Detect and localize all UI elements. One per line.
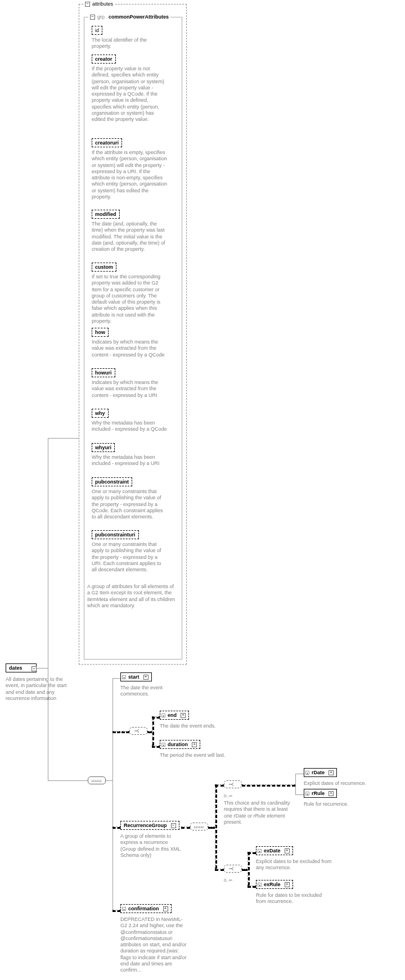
minus-icon[interactable]: − — [32, 666, 37, 671]
minus-icon[interactable]: − — [90, 15, 95, 20]
attr-custom[interactable]: custom — [92, 263, 116, 272]
plus-icon[interactable]: + — [328, 791, 334, 796]
exrule-desc: Rule for dates to be excluded from recur… — [256, 892, 332, 905]
attr-custom-desc: If set to true the corresponding propert… — [92, 274, 168, 324]
grp-header: − grp commonPowerAttributes — [88, 13, 170, 20]
recurrence-group[interactable]: RecurrenceGroup − — [120, 821, 179, 830]
attr-howuri[interactable]: howuri — [92, 368, 115, 377]
connector-line — [152, 716, 160, 719]
connector-line — [112, 678, 113, 910]
connector-line — [106, 780, 112, 781]
connector-line — [152, 716, 154, 746]
rrule-desc: Rule for recurrence. — [304, 801, 349, 807]
choice-icon — [228, 866, 238, 871]
attr-how-desc: Indicates by which means the value was e… — [92, 339, 168, 358]
plus-icon[interactable]: + — [192, 742, 197, 747]
dates-element[interactable]: dates − — [6, 663, 37, 672]
grp-prefix: grp — [97, 14, 105, 20]
duration-element[interactable]: + duration + — [160, 740, 200, 749]
end-desc: The date the event ends. — [160, 723, 216, 729]
attr-whyuri-desc: Why the metadata has been included - exp… — [92, 454, 168, 467]
start-desc: The date the event commences. — [120, 685, 182, 698]
attr-whyuri[interactable]: whyuri — [92, 443, 115, 452]
attr-creatoruri-desc: If the attribute is empty, specifies whi… — [92, 150, 168, 200]
attr-how[interactable]: how — [92, 328, 109, 337]
connector-line — [48, 438, 79, 439]
connector-line — [215, 869, 224, 871]
choice-connector-exdate-exrule — [224, 865, 242, 873]
attributes-label: attributes — [92, 1, 113, 7]
connector-line — [248, 852, 256, 854]
confirmation-element[interactable]: + confirmation + — [120, 904, 172, 913]
connector-line — [181, 827, 190, 829]
rdate-desc: Explicit dates of recurrence. — [304, 780, 366, 787]
minus-icon[interactable]: − — [85, 2, 90, 7]
connector-line — [112, 678, 120, 679]
attr-creator-desc: If the property value is not defined, sp… — [92, 66, 168, 123]
grp-label: commonPowerAttributes — [109, 14, 169, 20]
connector-line — [48, 780, 79, 781]
dates-label: dates — [9, 665, 22, 671]
end-element[interactable]: + end + — [160, 711, 189, 720]
connector-line — [112, 910, 120, 912]
connector-line — [295, 774, 296, 795]
plus-icon[interactable]: + — [163, 906, 168, 911]
exdate-desc: Explicit dates to be excluded from any r… — [256, 859, 332, 871]
connector-line — [112, 731, 129, 733]
cardinality-label-2: 0..∞ — [224, 878, 232, 883]
sequence-connector: ⊟⊟⊟ — [88, 776, 106, 784]
connector-line — [295, 794, 304, 795]
exdate-element[interactable]: + exDate + — [256, 846, 293, 855]
attr-pubconstrainturi[interactable]: pubconstrainturi — [92, 530, 139, 539]
connector-line — [48, 438, 48, 780]
connector-line — [242, 784, 295, 787]
attr-why[interactable]: why — [92, 409, 109, 418]
connector-line — [215, 784, 217, 869]
attr-modified-desc: The date (and, optionally, the time) whe… — [92, 221, 168, 252]
confirmation-desc: DEPRECATED in NewsML-G2 2.24 and higher,… — [120, 916, 188, 973]
plus-icon[interactable]: + — [285, 848, 290, 853]
duration-desc: The period the event will last. — [160, 752, 226, 758]
minus-icon[interactable]: − — [171, 823, 176, 828]
attr-pubconstraint[interactable]: pubconstraint — [92, 477, 132, 486]
connector-line — [147, 731, 152, 733]
plus-icon[interactable]: + — [143, 675, 148, 680]
attr-why-desc: Why the metadata has been included - exp… — [92, 420, 168, 433]
connector-line — [37, 668, 48, 669]
attr-pubconstrainturi-desc: One or many constraints that apply to pu… — [92, 541, 168, 573]
attr-creator[interactable]: creator — [92, 55, 116, 64]
connector-line — [152, 746, 160, 748]
attr-modified[interactable]: modified — [92, 210, 120, 219]
rrule-element[interactable]: + rRule + — [304, 789, 337, 798]
recurrence-desc: A group of elements to express a recurre… — [120, 833, 182, 859]
plus-icon[interactable]: + — [328, 770, 334, 775]
attributes-label-box: − attributes — [83, 1, 115, 7]
grp-desc: A group of attributes for all elements o… — [87, 584, 177, 609]
connector-line — [242, 869, 248, 871]
attr-id[interactable]: id — [92, 26, 102, 35]
start-element[interactable]: + start + — [120, 672, 152, 681]
connector-line — [78, 780, 88, 781]
choice-desc: This choice and its cardinality requires… — [224, 800, 291, 825]
attr-pubconstraint-desc: One or many constraints that apply to pu… — [92, 489, 168, 520]
plus-icon[interactable]: + — [181, 713, 186, 718]
connector-line — [208, 827, 215, 829]
attr-id-desc: The local identifier of the property. — [92, 37, 168, 50]
connector-line — [248, 852, 250, 886]
choice-connector-rdate-rrule — [224, 780, 242, 788]
cardinality-label: 0..∞ — [224, 793, 232, 799]
attr-howuri-desc: Indicates by which means the value was e… — [92, 380, 168, 399]
sequence-connector: ⊟⊟⊟ — [190, 823, 208, 830]
rdate-element[interactable]: + rDate + — [304, 768, 337, 777]
connector-line — [248, 886, 256, 888]
dates-desc: All dates pertaining to the event, in pa… — [6, 676, 68, 702]
choice-icon — [133, 728, 143, 734]
choice-icon — [228, 782, 238, 787]
plus-icon[interactable]: + — [285, 882, 290, 887]
connector-line — [295, 774, 304, 774]
attr-creatoruri[interactable]: creatoruri — [92, 138, 122, 147]
choice-connector — [129, 727, 147, 735]
exrule-element[interactable]: + exRule + — [256, 880, 293, 889]
connector-line — [112, 827, 120, 829]
connector-line — [215, 784, 224, 787]
